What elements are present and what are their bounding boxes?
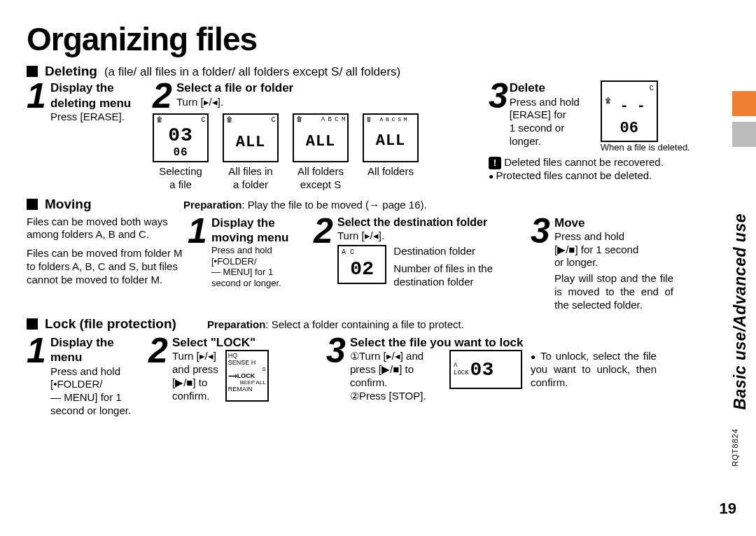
step-number-icon: 2 xyxy=(148,335,168,367)
moving-intro: Files can be moved both ways among folde… xyxy=(27,216,188,287)
moving-step2-title: Select the destination folder xyxy=(337,216,519,230)
warning-icon: ! xyxy=(489,157,501,169)
deleting-step1-title: Display the deleting menu xyxy=(50,80,134,111)
moving-lcd-label2: Number of files in the destination folde… xyxy=(393,262,519,289)
deleting-step2-title: Select a file or folder xyxy=(176,80,293,95)
lcd-caption: All files in a folder xyxy=(223,165,279,192)
lock-step1-sub: Press and hold [•FOLDER/ — MENU] for 1 s… xyxy=(50,365,133,418)
deleting-step2-sub: Turn [▸/◂]. xyxy=(176,96,293,109)
page-number: 19 xyxy=(720,499,736,519)
step-number-icon: 3 xyxy=(489,80,508,112)
lcd-display: 🗑C ALL xyxy=(223,113,279,162)
deleting-header: Deleting xyxy=(45,63,97,80)
lock-step2-sub: Turn [▸/◂] and press [▶/■] to confirm. xyxy=(172,350,218,402)
deleting-section: Deleting (a file/ all files in a folder/… xyxy=(27,63,700,192)
lcd-display: HQ SENSE H S ⟶LOCK BEEP ALL REMAIN xyxy=(225,350,269,402)
lock-step3-title: Select the file you want to lock xyxy=(350,335,679,350)
lock-step3-note: To unlock, select the file you want to u… xyxy=(531,350,657,389)
lcd-caption: All folders xyxy=(363,165,419,178)
step-number-icon: 2 xyxy=(153,80,172,112)
section-bullet-icon xyxy=(27,199,38,210)
lock-step1-title: Display the menu xyxy=(50,335,133,365)
orange-tab-icon xyxy=(732,91,756,116)
deleting-lcd-caption: When a file is deleted. xyxy=(601,142,690,153)
step-number-icon: 3 xyxy=(531,216,550,247)
deleting-step1-sub: Press [ERASE]. xyxy=(50,111,134,124)
lcd-display: A C 02 xyxy=(337,245,386,284)
lcd-caption: All folders except S xyxy=(293,165,349,192)
lcd-display: 🗑C 03 06 xyxy=(153,113,209,162)
lock-section: Lock (file protection) Preparation: Sele… xyxy=(27,316,700,417)
section-bullet-icon xyxy=(27,66,38,77)
moving-preparation: Preparation: Play the file to be moved (… xyxy=(183,199,427,212)
lcd-display: 🗑A B C S M ALL xyxy=(363,113,419,162)
lcd-caption: Selecting a file xyxy=(153,165,209,192)
sidebar-tabs xyxy=(732,91,756,147)
deleting-step3-sub: Press and hold [ERASE] for 1 second or l… xyxy=(510,96,601,148)
step-number-icon: 1 xyxy=(188,216,207,247)
section-bullet-icon xyxy=(27,318,38,330)
moving-step2-sub: Turn [▸/◂]. xyxy=(337,230,519,243)
lock-preparation: Preparation: Select a folder containing … xyxy=(207,318,464,332)
step-number-icon: 2 xyxy=(314,216,333,247)
lcd-display: A LOCK 03 xyxy=(449,350,522,389)
step-number-icon: 3 xyxy=(326,335,346,367)
moving-section: Moving Preparation: Play the file to be … xyxy=(27,196,700,312)
document-code: RQT8824 xyxy=(731,428,741,467)
moving-step3-title: Move xyxy=(554,216,673,230)
side-section-label: Basic use/Advanced use xyxy=(730,213,750,410)
moving-step1-title: Display the moving menu xyxy=(211,216,295,246)
moving-step3-sub: Press and hold [▶/■] for 1 second or lon… xyxy=(554,230,673,269)
moving-step3-note: Play will stop and the file is moved to … xyxy=(554,272,673,311)
grey-tab-icon xyxy=(732,122,756,147)
deleting-step3-title: Delete xyxy=(510,80,601,95)
step-number-icon: 1 xyxy=(27,80,46,112)
moving-step1-sub: Press and hold [•FOLDER/ — MENU] for 1 s… xyxy=(211,245,295,288)
moving-header: Moving xyxy=(45,196,176,213)
lock-step2-title: Select "LOCK" xyxy=(172,335,312,350)
page-title: Organizing files xyxy=(27,20,700,60)
step-number-icon: 1 xyxy=(27,335,46,367)
lcd-display: C 🗑- - 06 xyxy=(601,80,658,142)
deleting-warning: ! Deleted files cannot be recovered. xyxy=(489,156,699,169)
lock-header: Lock (file protection) xyxy=(45,316,200,332)
lock-step3-sub: ①Turn [▸/◂] and press [▶/■] to confirm. … xyxy=(350,350,441,402)
lcd-display: 🗑A B C M ALL xyxy=(293,113,349,162)
moving-lcd-label1: Destination folder xyxy=(393,245,519,258)
deleting-scope: (a file/ all files in a folder/ all fold… xyxy=(104,64,400,79)
deleting-note: Protected files cannot be deleted. xyxy=(489,169,699,183)
